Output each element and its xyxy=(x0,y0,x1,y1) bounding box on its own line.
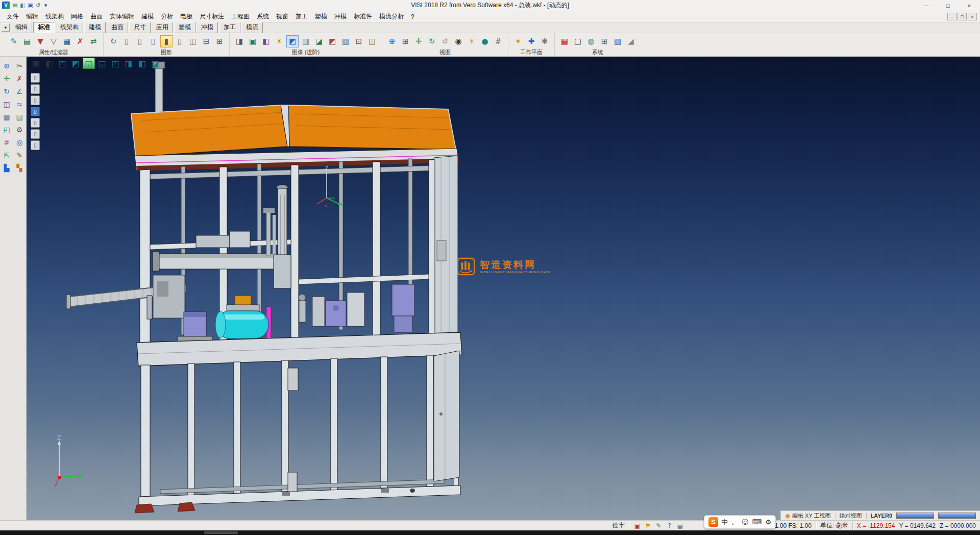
menu-item[interactable]: 系统 xyxy=(253,12,273,21)
hidden-line-icon[interactable]: ◫ xyxy=(187,35,199,47)
layer-indicator[interactable]: LAYER0 xyxy=(871,513,892,519)
layer-delete-icon[interactable]: ✗ xyxy=(74,35,86,47)
zoom-all-icon[interactable]: ⊕ xyxy=(386,35,398,47)
angle-icon[interactable]: ∠ xyxy=(13,85,26,98)
menu-item[interactable]: 工程图 xyxy=(228,12,253,21)
layer-edit-icon[interactable]: ▦ xyxy=(61,35,73,47)
menu-item[interactable]: 视窗 xyxy=(273,12,292,21)
menu-item[interactable]: 冲模 xyxy=(331,12,350,21)
cylinder-style3-icon[interactable]: ▯ xyxy=(147,35,159,47)
menu-item[interactable]: 加工 xyxy=(292,12,311,21)
minimize-button[interactable]: ─ xyxy=(916,0,937,11)
snapshot-icon[interactable]: ⊡ xyxy=(353,35,365,47)
corner-view-icon[interactable]: ◰ xyxy=(1,124,13,136)
ime-settings-icon[interactable]: ⚙ xyxy=(765,518,771,526)
cube-right-icon[interactable]: ◲ xyxy=(96,58,108,69)
doc-slot-4-icon[interactable]: ▯ xyxy=(31,107,40,116)
menu-item[interactable]: 塑模 xyxy=(311,12,331,21)
sun-icon[interactable]: ☀ xyxy=(465,35,478,47)
reflection-icon[interactable]: ◪ xyxy=(313,35,325,47)
menu-item[interactable]: 网格 xyxy=(67,12,87,21)
light-icon[interactable]: ☀ xyxy=(273,35,285,47)
workplane-xy-icon[interactable]: ✦ xyxy=(512,35,524,47)
menu-item[interactable]: 标准件 xyxy=(350,12,376,21)
cylinder-style2-icon[interactable]: ▯ xyxy=(134,35,146,47)
gallery-icon[interactable]: ▨ xyxy=(339,35,352,47)
undo-icon[interactable]: ↺ xyxy=(34,2,42,9)
resize-icon[interactable]: ⇱ xyxy=(1,149,13,161)
list-icon[interactable]: ▤ xyxy=(676,522,684,530)
mdi-minimize-button[interactable]: ─ xyxy=(947,13,957,20)
workplane-new-icon[interactable]: ✚ xyxy=(525,35,537,47)
hash-icon[interactable]: # xyxy=(1,136,13,149)
maximize-button[interactable]: □ xyxy=(937,0,959,11)
app-logo-icon[interactable]: V xyxy=(2,2,10,9)
globe-icon[interactable]: ◍ xyxy=(585,35,597,47)
open-file-icon[interactable]: ◧ xyxy=(19,2,27,9)
monitor-icon[interactable]: ▢ xyxy=(572,35,584,47)
shadow-icon[interactable]: ◩ xyxy=(286,35,299,47)
mdi-close-button[interactable]: × xyxy=(968,13,977,20)
compare-icon[interactable]: ◫ xyxy=(366,35,378,47)
menu-item[interactable]: 分析 xyxy=(157,12,177,21)
doc-slot-2-icon[interactable]: ▯ xyxy=(31,84,40,94)
section-view-icon[interactable]: ⊟ xyxy=(200,35,212,47)
menu-item[interactable]: 实体编辑 xyxy=(106,12,138,21)
screen-icon[interactable]: ▣ xyxy=(30,58,42,69)
previous-view-icon[interactable]: ↺ xyxy=(439,35,451,47)
render-icon[interactable]: ◨ xyxy=(233,35,246,47)
menu-item[interactable]: 线架构 xyxy=(42,12,67,21)
cube-iso-icon[interactable]: ◳ xyxy=(56,58,68,69)
screen-split-icon[interactable]: ◧ xyxy=(43,58,55,69)
edit-pen-icon[interactable]: ✎ xyxy=(655,522,663,530)
cube-bottom-icon[interactable]: ◧ xyxy=(136,58,148,69)
wave-icon[interactable]: ≈ xyxy=(13,98,26,110)
shaded-view-icon[interactable]: ▮ xyxy=(160,35,173,47)
workplane-align-icon[interactable]: ✱ xyxy=(538,35,551,47)
wireframe-view-icon[interactable]: ▯ xyxy=(174,35,186,47)
ime-keyboard-icon[interactable]: ⌨ xyxy=(752,518,762,526)
cylinder-style-icon[interactable]: ▯ xyxy=(120,35,133,47)
doc-slot-7-icon[interactable]: ▯ xyxy=(31,140,40,150)
workplane-chip[interactable]: ◉ 编辑 XY 工视图 xyxy=(785,512,830,520)
sogou-logo-icon[interactable]: S xyxy=(708,517,718,527)
mesh-icon[interactable]: ▦ xyxy=(1,111,13,123)
pan-icon[interactable]: ✛ xyxy=(412,35,425,47)
grid-view-icon[interactable]: ⊞ xyxy=(213,35,226,47)
menu-item[interactable]: 尺寸标注 xyxy=(196,12,228,21)
hatch-icon[interactable]: ▨ xyxy=(611,35,624,47)
cube-front-icon[interactable]: ◱ xyxy=(83,58,95,69)
tab-caret-icon[interactable]: ▼ xyxy=(2,23,10,32)
menu-item[interactable]: 电极 xyxy=(177,12,196,21)
material-icon[interactable]: ◧ xyxy=(260,35,272,47)
menu-item[interactable]: 文件 xyxy=(3,12,22,21)
gear-icon[interactable]: ⚙ xyxy=(13,124,26,136)
menu-item[interactable]: ? xyxy=(407,13,418,20)
ime-emoji-icon[interactable]: ☺ xyxy=(742,518,749,526)
delete-icon[interactable]: ✗ xyxy=(13,72,26,85)
cube-top-icon[interactable]: ◩ xyxy=(69,58,82,69)
pen-icon[interactable]: ✎ xyxy=(13,149,26,161)
quickbar-caret-icon[interactable]: ▾ xyxy=(42,2,50,9)
doc-slot-3-icon[interactable]: ▯ xyxy=(31,95,40,105)
rotate-view-icon[interactable]: ↻ xyxy=(426,35,438,47)
menu-item[interactable]: 建模 xyxy=(138,12,157,21)
mdi-restore-button[interactable]: □ xyxy=(958,13,967,20)
menu-item[interactable]: 曲面 xyxy=(87,12,106,21)
view-properties-icon[interactable]: ▤ xyxy=(21,35,33,47)
doc-slot-6-icon[interactable]: ▯ xyxy=(31,129,40,139)
texture-icon[interactable]: ▣ xyxy=(247,35,259,47)
regen-icon[interactable]: ↻ xyxy=(107,35,119,47)
cube-left-icon[interactable]: ◰ xyxy=(109,58,121,69)
trim-scissors-icon[interactable]: ✂ xyxy=(13,60,26,72)
doc-slot-1-icon[interactable]: ▯ xyxy=(31,73,40,83)
properties-pen-icon[interactable]: ✎ xyxy=(8,35,20,47)
move-icon[interactable]: ✛ xyxy=(1,72,13,85)
grid-settings-icon[interactable]: ⊞ xyxy=(598,35,610,47)
zoom-select-icon[interactable]: ⊕ xyxy=(1,60,13,72)
snap-grid-icon[interactable]: ▣ xyxy=(633,522,642,530)
cube-back-icon[interactable]: ◨ xyxy=(122,58,135,69)
viewport-3d[interactable]: Z x Z xyxy=(27,57,980,520)
menu-item[interactable]: 模流分析 xyxy=(376,12,407,21)
shade-sphere-icon[interactable]: ● xyxy=(479,35,491,47)
